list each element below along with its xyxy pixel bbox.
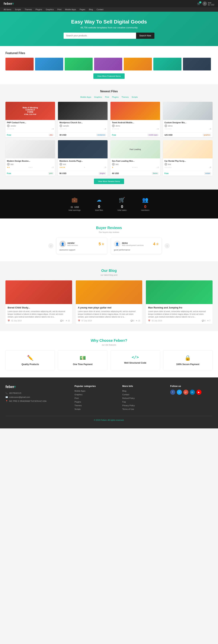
reviewer-info: demo Web development services xyxy=(122,242,144,246)
download-count: ↓ 3 xyxy=(104,166,106,168)
product-footer: 30 USD wordpress xyxy=(58,132,108,137)
blog-thumbnail[interactable] xyxy=(76,280,142,304)
nav-blog[interactable]: Blog xyxy=(89,8,93,10)
featured-item[interactable] xyxy=(153,58,182,70)
product-info: Wordpress Church Scr... sample ★★★★★ ↓ 8 xyxy=(58,120,108,132)
blog-date: 07 July 2019 xyxy=(82,320,92,322)
nav-print[interactable]: Print xyxy=(57,8,62,10)
youtube-icon[interactable]: ▶ xyxy=(196,390,202,395)
stat-earnings-label: total earnings xyxy=(69,209,81,211)
product-thumbnail[interactable] xyxy=(110,102,160,120)
product-info: Tweet Android Mobile... demo ★★★★★ ↓ 8 xyxy=(110,120,160,132)
product-thumbnail[interactable] xyxy=(58,140,108,158)
footer-col-title: More Info xyxy=(122,385,165,388)
featured-item[interactable] xyxy=(94,58,122,70)
nav-pages[interactable]: Pages xyxy=(80,8,85,10)
product-footer: 96 USD plugins xyxy=(58,171,108,176)
nav-contact[interactable]: Contact xyxy=(97,8,103,10)
rating-row: ★★★★★ ↓ 8 xyxy=(7,128,54,130)
blog-post-title[interactable]: Bored Child Study... xyxy=(8,306,70,309)
search-input[interactable] xyxy=(64,32,136,39)
blog-thumbnail[interactable] xyxy=(5,280,72,304)
product-footer: Free php xyxy=(5,132,55,137)
tab-graphics[interactable]: Graphics xyxy=(94,96,102,98)
stat-sales: 🛒 0 total sales xyxy=(117,197,127,211)
product-info: PHP Contact Form... vendor ★★★★★ ↓ 8 xyxy=(5,120,55,132)
product-thumbnail[interactable] xyxy=(58,102,108,120)
footer-link[interactable]: Themes xyxy=(75,404,82,406)
search-button[interactable]: Search Now xyxy=(136,32,154,39)
why-label: 100% Secure Payment xyxy=(166,363,210,366)
author-avatar xyxy=(112,163,115,166)
nav-graphics[interactable]: Graphics xyxy=(46,8,54,10)
nav-themes[interactable]: Themes xyxy=(25,8,32,10)
tab-plugins[interactable]: Plugins xyxy=(112,96,119,98)
footer-link[interactable]: Faq xyxy=(122,401,126,403)
footer-link[interactable]: Refund Policy xyxy=(122,397,135,399)
blog-post-title[interactable]: Man Running and Jumping fro xyxy=(148,306,210,309)
rating-row: ★★★★★ ↓ 3 xyxy=(59,166,106,168)
reviewer-info: vendor web services xyxy=(67,242,78,246)
product-thumbnail[interactable]: Fast Loading xyxy=(110,140,160,158)
why-card-payment: 💵 One Time Payment xyxy=(58,350,108,370)
featured-item[interactable] xyxy=(124,58,152,70)
copyright-text: © 2019 Feberr. All rights reserved. xyxy=(94,419,124,421)
footer-link[interactable]: Terms of Use xyxy=(122,408,134,410)
footer-link[interactable]: Contact xyxy=(122,394,129,396)
blog-content: A young man plays guitar mel Lorem ipsum… xyxy=(76,304,142,324)
view-more-newest-button[interactable]: View More Newest Items xyxy=(94,178,124,184)
product-thumbnail[interactable]: Make A WorkingCONTACTFORMHTML CSS PHP xyxy=(5,102,55,120)
product-thumbnail[interactable] xyxy=(163,140,213,158)
blog-thumbnail[interactable] xyxy=(146,280,213,304)
footer-link[interactable]: Mobile Apps xyxy=(75,390,85,392)
review-header: 👤 vendor web services 5 ☆ xyxy=(59,241,104,247)
code-icon: </> xyxy=(113,355,157,360)
blog-section: Our Blog our latest blog post Bored Chil… xyxy=(0,261,218,331)
product-author: demo xyxy=(112,124,159,127)
carousel-next-button[interactable]: › xyxy=(165,243,170,248)
why-card-secure: 🔒 100% Secure Payment xyxy=(163,350,213,370)
tab-mobile-apps[interactable]: Mobile Apps xyxy=(80,96,91,98)
footer-link[interactable]: Scripts xyxy=(75,408,81,410)
google-plus-icon[interactable]: g+ xyxy=(183,390,188,395)
featured-item[interactable] xyxy=(35,58,63,70)
featured-grid xyxy=(5,58,213,70)
blog-post-title[interactable]: A young man plays guitar mel xyxy=(78,306,140,309)
footer-link[interactable]: Print xyxy=(75,397,79,399)
facebook-icon[interactable]: f xyxy=(170,390,175,395)
nav-all-items[interactable]: All Items xyxy=(4,8,11,10)
footer-link[interactable]: Plugins xyxy=(75,401,81,403)
stars: ★★★★ xyxy=(59,166,65,168)
linkedin-icon[interactable]: in xyxy=(190,390,195,395)
footer-link[interactable]: Graphics xyxy=(75,394,83,396)
category-tabs: Mobile Apps Graphics Print Plugins Theme… xyxy=(5,96,213,98)
address-icon: 📍 xyxy=(5,399,8,403)
featured-item[interactable] xyxy=(5,58,34,70)
product-name: Car Rental Php Scrip... xyxy=(164,160,211,162)
footer-link[interactable]: Privacy Policy xyxy=(122,404,135,406)
carousel-prev-button[interactable]: ‹ xyxy=(48,243,53,248)
tab-scripts[interactable]: Scripts xyxy=(131,96,138,98)
tab-themes[interactable]: Themes xyxy=(121,96,129,98)
logo[interactable]: feberr xyxy=(4,2,14,6)
product-thumbnail[interactable] xyxy=(5,140,55,158)
product-name: Members Joomla Plugi... xyxy=(59,160,106,162)
twitter-icon[interactable]: t xyxy=(177,390,182,395)
view-more-featured-button[interactable]: View More Featured Items xyxy=(93,74,125,79)
cart-icon[interactable]: 🛒 1 xyxy=(197,2,200,5)
blog-meta-left: 📅 07 July 2019 xyxy=(78,320,92,322)
nav-scripts[interactable]: Scripts xyxy=(15,8,21,10)
stars: ★★★★★ xyxy=(164,128,172,130)
tab-print[interactable]: Print xyxy=(105,96,109,98)
nav-mobile-apps[interactable]: Mobile Apps xyxy=(65,8,76,10)
author-avatar xyxy=(7,124,10,127)
featured-item[interactable] xyxy=(65,58,93,70)
footer-link[interactable]: Blog xyxy=(122,390,126,392)
footer-col-title: Follow us xyxy=(170,385,213,388)
user-name: test $1 USD xyxy=(208,2,214,6)
money-icon: 💵 xyxy=(61,355,105,361)
users-icon: 👥 xyxy=(141,197,149,203)
nav-plugins[interactable]: Plugins xyxy=(36,8,42,10)
product-thumbnail[interactable] xyxy=(163,102,213,120)
featured-item[interactable] xyxy=(183,58,211,70)
